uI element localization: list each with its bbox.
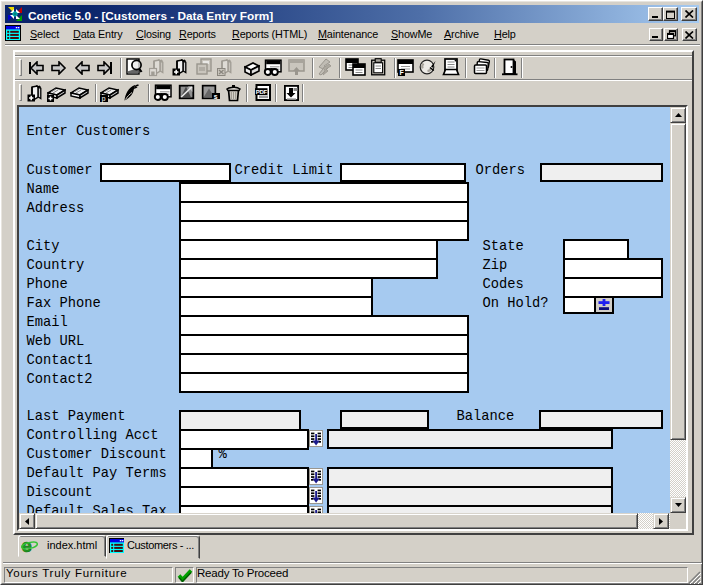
svg-text:s: s — [214, 93, 218, 100]
svg-text:PDF: PDF — [256, 89, 268, 95]
svg-text:F: F — [400, 69, 405, 76]
svg-text:e: e — [22, 538, 32, 554]
svg-text:p: p — [102, 95, 106, 103]
